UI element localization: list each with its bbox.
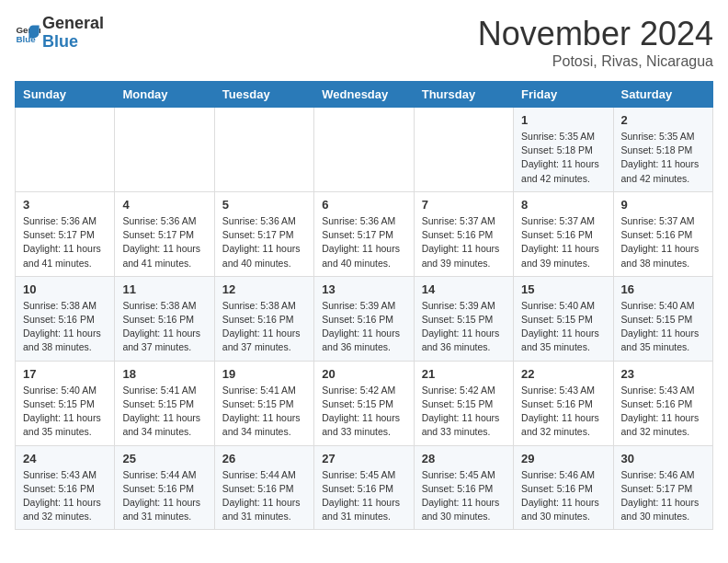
day-number: 9 bbox=[621, 198, 705, 212]
day-number: 14 bbox=[422, 282, 506, 296]
calendar-cell: 18Sunrise: 5:41 AM Sunset: 5:15 PM Dayli… bbox=[115, 361, 214, 445]
page-header: General Blue General Blue November 2024 … bbox=[15, 15, 713, 70]
calendar-cell: 3Sunrise: 5:36 AM Sunset: 5:17 PM Daylig… bbox=[16, 191, 115, 276]
day-number: 7 bbox=[422, 198, 506, 212]
day-number: 18 bbox=[122, 367, 206, 381]
location-title: Potosi, Rivas, Nicaragua bbox=[478, 53, 713, 70]
calendar-cell: 27Sunrise: 5:45 AM Sunset: 5:16 PM Dayli… bbox=[314, 445, 414, 530]
week-row-3: 10Sunrise: 5:38 AM Sunset: 5:16 PM Dayli… bbox=[16, 276, 713, 361]
calendar-cell: 24Sunrise: 5:43 AM Sunset: 5:16 PM Dayli… bbox=[16, 445, 115, 530]
title-block: November 2024 Potosi, Rivas, Nicaragua bbox=[478, 15, 713, 70]
day-info: Sunrise: 5:38 AM Sunset: 5:16 PM Dayligh… bbox=[222, 299, 306, 355]
day-info: Sunrise: 5:42 AM Sunset: 5:15 PM Dayligh… bbox=[322, 384, 405, 440]
day-number: 8 bbox=[521, 198, 605, 212]
day-number: 16 bbox=[621, 282, 705, 296]
day-number: 28 bbox=[422, 452, 506, 465]
calendar-cell bbox=[16, 108, 115, 192]
svg-text:Blue: Blue bbox=[16, 34, 36, 44]
day-info: Sunrise: 5:36 AM Sunset: 5:17 PM Dayligh… bbox=[322, 214, 405, 270]
day-info: Sunrise: 5:44 AM Sunset: 5:16 PM Dayligh… bbox=[122, 468, 206, 524]
day-info: Sunrise: 5:46 AM Sunset: 5:16 PM Dayligh… bbox=[521, 468, 605, 524]
calendar-cell: 29Sunrise: 5:46 AM Sunset: 5:16 PM Dayli… bbox=[514, 445, 613, 530]
day-number: 3 bbox=[23, 198, 107, 212]
day-number: 1 bbox=[521, 113, 605, 127]
day-info: Sunrise: 5:45 AM Sunset: 5:16 PM Dayligh… bbox=[322, 468, 405, 524]
day-number: 26 bbox=[222, 452, 306, 465]
day-info: Sunrise: 5:35 AM Sunset: 5:18 PM Dayligh… bbox=[621, 130, 705, 186]
day-number: 10 bbox=[23, 282, 107, 296]
day-info: Sunrise: 5:43 AM Sunset: 5:16 PM Dayligh… bbox=[621, 384, 705, 440]
calendar-cell: 14Sunrise: 5:39 AM Sunset: 5:15 PM Dayli… bbox=[414, 276, 513, 361]
calendar-cell: 15Sunrise: 5:40 AM Sunset: 5:15 PM Dayli… bbox=[514, 276, 613, 361]
day-info: Sunrise: 5:38 AM Sunset: 5:16 PM Dayligh… bbox=[23, 299, 107, 355]
weekday-header-wednesday: Wednesday bbox=[314, 82, 414, 108]
day-number: 4 bbox=[122, 198, 206, 212]
day-number: 25 bbox=[122, 452, 206, 465]
weekday-header-monday: Monday bbox=[115, 82, 214, 108]
day-number: 5 bbox=[222, 198, 306, 212]
day-number: 21 bbox=[422, 367, 506, 381]
day-info: Sunrise: 5:36 AM Sunset: 5:17 PM Dayligh… bbox=[23, 214, 107, 270]
day-number: 20 bbox=[322, 367, 405, 381]
weekday-header-sunday: Sunday bbox=[16, 82, 115, 108]
logo-blue: Blue bbox=[42, 33, 104, 52]
calendar-cell: 5Sunrise: 5:36 AM Sunset: 5:17 PM Daylig… bbox=[214, 191, 313, 276]
day-info: Sunrise: 5:44 AM Sunset: 5:16 PM Dayligh… bbox=[222, 468, 306, 524]
day-number: 24 bbox=[23, 452, 107, 465]
calendar-cell bbox=[214, 108, 313, 192]
weekday-header-tuesday: Tuesday bbox=[214, 82, 313, 108]
day-info: Sunrise: 5:37 AM Sunset: 5:16 PM Dayligh… bbox=[422, 214, 506, 270]
calendar-cell bbox=[414, 108, 513, 192]
day-info: Sunrise: 5:42 AM Sunset: 5:15 PM Dayligh… bbox=[422, 384, 506, 440]
calendar-cell: 4Sunrise: 5:36 AM Sunset: 5:17 PM Daylig… bbox=[115, 191, 214, 276]
calendar-cell: 20Sunrise: 5:42 AM Sunset: 5:15 PM Dayli… bbox=[314, 361, 414, 445]
week-row-1: 1Sunrise: 5:35 AM Sunset: 5:18 PM Daylig… bbox=[16, 108, 713, 192]
logo: General Blue General Blue bbox=[15, 15, 104, 52]
day-info: Sunrise: 5:41 AM Sunset: 5:15 PM Dayligh… bbox=[122, 384, 206, 440]
day-info: Sunrise: 5:38 AM Sunset: 5:16 PM Dayligh… bbox=[122, 299, 206, 355]
calendar-cell: 25Sunrise: 5:44 AM Sunset: 5:16 PM Dayli… bbox=[115, 445, 214, 530]
weekday-header-friday: Friday bbox=[514, 82, 613, 108]
day-number: 12 bbox=[222, 282, 306, 296]
calendar-table: SundayMondayTuesdayWednesdayThursdayFrid… bbox=[15, 81, 713, 530]
calendar-cell: 11Sunrise: 5:38 AM Sunset: 5:16 PM Dayli… bbox=[115, 276, 214, 361]
day-info: Sunrise: 5:43 AM Sunset: 5:16 PM Dayligh… bbox=[23, 468, 107, 524]
calendar-cell: 28Sunrise: 5:45 AM Sunset: 5:16 PM Dayli… bbox=[414, 445, 513, 530]
day-number: 6 bbox=[322, 198, 405, 212]
day-info: Sunrise: 5:35 AM Sunset: 5:18 PM Dayligh… bbox=[521, 130, 605, 186]
weekday-header-row: SundayMondayTuesdayWednesdayThursdayFrid… bbox=[16, 82, 713, 108]
calendar-cell: 12Sunrise: 5:38 AM Sunset: 5:16 PM Dayli… bbox=[214, 276, 313, 361]
calendar-cell: 8Sunrise: 5:37 AM Sunset: 5:16 PM Daylig… bbox=[514, 191, 613, 276]
calendar-cell: 6Sunrise: 5:36 AM Sunset: 5:17 PM Daylig… bbox=[314, 191, 414, 276]
day-number: 11 bbox=[122, 282, 206, 296]
weekday-header-thursday: Thursday bbox=[414, 82, 513, 108]
day-number: 17 bbox=[23, 367, 107, 381]
calendar-cell: 10Sunrise: 5:38 AM Sunset: 5:16 PM Dayli… bbox=[16, 276, 115, 361]
day-info: Sunrise: 5:41 AM Sunset: 5:15 PM Dayligh… bbox=[222, 384, 306, 440]
day-info: Sunrise: 5:46 AM Sunset: 5:17 PM Dayligh… bbox=[621, 468, 705, 524]
logo-icon: General Blue bbox=[15, 20, 40, 46]
day-number: 19 bbox=[222, 367, 306, 381]
day-info: Sunrise: 5:39 AM Sunset: 5:15 PM Dayligh… bbox=[422, 299, 506, 355]
calendar-cell bbox=[115, 108, 214, 192]
day-number: 2 bbox=[621, 113, 705, 127]
calendar-cell: 21Sunrise: 5:42 AM Sunset: 5:15 PM Dayli… bbox=[414, 361, 513, 445]
logo-general: General bbox=[42, 15, 104, 33]
calendar-cell: 26Sunrise: 5:44 AM Sunset: 5:16 PM Dayli… bbox=[214, 445, 313, 530]
month-title: November 2024 bbox=[478, 15, 713, 53]
day-number: 13 bbox=[322, 282, 405, 296]
day-number: 29 bbox=[521, 452, 605, 465]
calendar-cell: 22Sunrise: 5:43 AM Sunset: 5:16 PM Dayli… bbox=[514, 361, 613, 445]
calendar-cell: 17Sunrise: 5:40 AM Sunset: 5:15 PM Dayli… bbox=[16, 361, 115, 445]
day-info: Sunrise: 5:36 AM Sunset: 5:17 PM Dayligh… bbox=[222, 214, 306, 270]
day-number: 23 bbox=[621, 367, 705, 381]
calendar-cell: 2Sunrise: 5:35 AM Sunset: 5:18 PM Daylig… bbox=[613, 108, 712, 192]
calendar-cell: 7Sunrise: 5:37 AM Sunset: 5:16 PM Daylig… bbox=[414, 191, 513, 276]
calendar-cell: 13Sunrise: 5:39 AM Sunset: 5:16 PM Dayli… bbox=[314, 276, 414, 361]
calendar-cell bbox=[314, 108, 414, 192]
calendar-cell: 1Sunrise: 5:35 AM Sunset: 5:18 PM Daylig… bbox=[514, 108, 613, 192]
calendar-cell: 23Sunrise: 5:43 AM Sunset: 5:16 PM Dayli… bbox=[613, 361, 712, 445]
day-number: 22 bbox=[521, 367, 605, 381]
day-number: 30 bbox=[621, 452, 705, 465]
day-info: Sunrise: 5:43 AM Sunset: 5:16 PM Dayligh… bbox=[521, 384, 605, 440]
